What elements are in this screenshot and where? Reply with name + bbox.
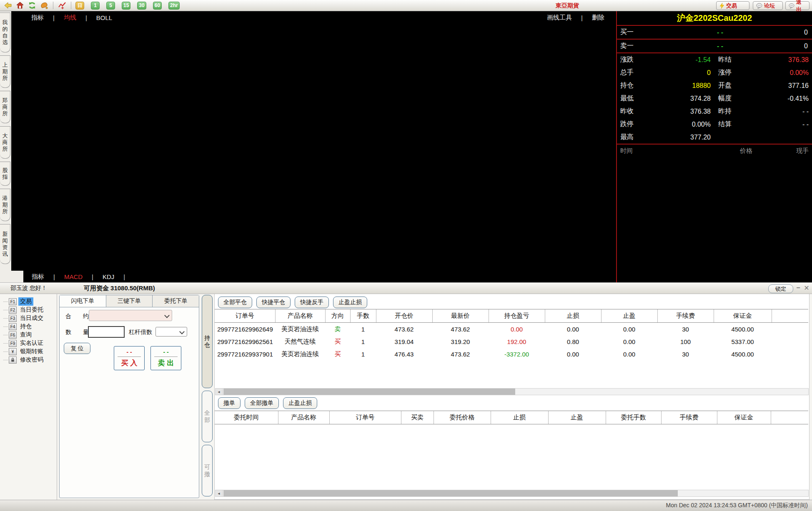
speech-bubble-icon xyxy=(756,3,762,9)
chevron-down-icon xyxy=(164,313,170,318)
kdj-menu[interactable]: KDJ xyxy=(103,273,114,280)
orders-toolbar: 撤单 全部撤单 止盈止损 xyxy=(218,397,317,409)
pending-orders-header-row: 委托时间 产品名称 订单号 买卖 委托价格 止损 止盈 委托手数 手续费 保证金 xyxy=(215,411,808,424)
scroll-left-icon[interactable]: ◂ xyxy=(216,389,223,395)
sidebar-tab-news[interactable]: 新闻资讯 xyxy=(0,224,10,264)
positions-table: 订单号 产品名称 方向 手数 开仓价 最新价 持仓盈亏 止损 止盈 手续费 保证… xyxy=(215,309,808,360)
contract-select[interactable] xyxy=(89,310,172,321)
exit-button[interactable]: 退出 xyxy=(785,1,809,10)
tab-three-key-order[interactable]: 三键下单 xyxy=(106,295,153,307)
toolbar-separator xyxy=(53,2,53,9)
tree-item-positions[interactable]: F4 持仓 xyxy=(3,322,57,331)
tp-sl-button[interactable]: 止盈止损 xyxy=(283,397,317,409)
bid-volume: 0 xyxy=(804,29,808,36)
position-row[interactable]: 2997721629962561 天然气连续 买 1 319.04 319.20… xyxy=(215,335,808,348)
sidebar-tab-dce[interactable]: 大商所 xyxy=(0,126,10,159)
position-row[interactable]: 2997721629937901 美页岩油连续 买 1 476.43 473.6… xyxy=(215,348,808,360)
forum-button[interactable]: 论坛 xyxy=(753,1,783,10)
orders-hscrollbar[interactable]: ◂ xyxy=(215,490,809,497)
prev-settle-value: 376.38 xyxy=(754,56,809,64)
pnl-cell: -3372.00 xyxy=(489,348,545,360)
cancel-all-button[interactable]: 全部撤单 xyxy=(245,397,279,409)
sidebar-tab-watchlist[interactable]: 我的自选 xyxy=(0,12,10,52)
tree-item-query[interactable]: F6 查询 xyxy=(3,331,57,339)
low-value: 374.28 xyxy=(657,95,711,102)
chart-tools-bar: 画线工具 | 删除 xyxy=(547,11,604,24)
reset-button[interactable]: 复位 xyxy=(64,343,90,354)
cancel-order-button[interactable]: 撤单 xyxy=(218,397,241,409)
total-volume-value: 0 xyxy=(657,69,711,77)
prev-oi-value: - - xyxy=(754,108,809,115)
trade-button[interactable]: 交易 xyxy=(716,1,749,10)
quote-stat-row: 持仓 18880 开盘 377.16 xyxy=(617,79,812,92)
leverage-label: 杠杆倍数 xyxy=(129,329,152,336)
filter-tab-all[interactable]: 全部 xyxy=(202,391,213,442)
filter-tab-cancelable[interactable]: 可撤 xyxy=(202,445,213,496)
home-icon[interactable] xyxy=(15,1,25,10)
tree-item-bank-transfer[interactable]: ¥ 银期转账 xyxy=(3,347,57,356)
ma-menu[interactable]: 均线 xyxy=(64,14,76,22)
scroll-left-icon[interactable]: ◂ xyxy=(216,490,223,496)
tree-item-trade[interactable]: F1 交易 xyxy=(3,297,57,306)
leverage-select[interactable] xyxy=(155,327,187,337)
chart-line-icon[interactable] xyxy=(58,1,67,10)
sub-indicator-menu[interactable]: 指标 xyxy=(32,273,44,281)
sidebar-tab-czce[interactable]: 郑商所 xyxy=(0,91,10,123)
buy-button[interactable]: - - 买入 xyxy=(114,346,145,370)
close-icon[interactable]: ✕ xyxy=(803,284,810,292)
pnl-cell: 0.00 xyxy=(489,323,545,336)
minimize-icon[interactable]: − xyxy=(794,284,802,292)
timeframe-30m-button[interactable]: 30 xyxy=(137,2,146,10)
timeframe-60m-button[interactable]: 60 xyxy=(153,2,162,10)
bid-row: 买一 - - 0 xyxy=(617,26,812,40)
sidebar-tab-index[interactable]: 股指 xyxy=(0,162,10,186)
tree-item-day-trades[interactable]: F3 当日成交 xyxy=(3,314,57,322)
tree-item-day-orders[interactable]: F2 当日委托 xyxy=(3,306,57,314)
timeframe-5m-button[interactable]: 5 xyxy=(106,2,115,10)
sell-button[interactable]: - - 卖出 xyxy=(150,346,181,370)
f3-key-icon: F3 xyxy=(9,315,17,322)
nav-tree: F1 交易 F2 当日委托 F3 当日成交 F4 持仓 F6 查询 xyxy=(0,294,57,500)
top-toolbar: 日 1 5 15 30 60 2hr 東亞期貨 交易 论坛 退出 xyxy=(0,0,812,11)
delete-drawing-menu[interactable]: 删除 xyxy=(592,14,604,22)
close-all-button[interactable]: 全部平仓 xyxy=(218,297,252,308)
back-icon[interactable] xyxy=(3,1,13,10)
positions-hscrollbar[interactable]: ◂ xyxy=(215,388,809,395)
sidebar-tab-shfe[interactable]: 上期所 xyxy=(0,55,10,88)
macd-menu[interactable]: MACD xyxy=(64,273,83,280)
direction-cell: 买 xyxy=(325,348,350,360)
draw-tools-menu[interactable]: 画线工具 xyxy=(547,14,572,22)
timeframe-1m-button[interactable]: 1 xyxy=(91,2,100,10)
sidebar-tab-hkex[interactable]: 港期所 xyxy=(0,189,10,221)
timeframe-15m-button[interactable]: 15 xyxy=(122,2,130,10)
boll-menu[interactable]: BOLL xyxy=(96,14,112,21)
filter-tab-positions[interactable]: 持仓 xyxy=(202,295,213,388)
ask-price: - - xyxy=(717,42,723,50)
quick-reverse-button[interactable]: 快捷反手 xyxy=(295,297,329,308)
refresh-icon[interactable] xyxy=(28,1,37,10)
quick-close-button[interactable]: 快捷平仓 xyxy=(256,297,291,308)
open-price-value: 377.16 xyxy=(754,82,809,90)
indicator-menu[interactable]: 指标 xyxy=(31,14,44,22)
position-row[interactable]: 2997721629962649 美页岩油连续 卖 1 473.62 473.6… xyxy=(215,323,808,336)
scrollbar-thumb[interactable] xyxy=(223,389,515,395)
contract-title: 沪金2202SCau2202 xyxy=(617,11,812,26)
quote-stat-row: 涨跌 -1.54 昨结 376.38 xyxy=(617,53,812,66)
tab-flash-order[interactable]: 闪电下单 xyxy=(60,295,106,307)
lock-button[interactable]: 锁定 xyxy=(768,284,793,293)
tab-entrust-order[interactable]: 委托下单 xyxy=(153,295,199,307)
buy-price: - - xyxy=(126,349,132,355)
chevron-down-icon xyxy=(179,329,185,334)
timeframe-2hr-button[interactable]: 2hr xyxy=(168,2,180,10)
tp-sl-button[interactable]: 止盈止损 xyxy=(333,297,367,308)
positions-toolbar: 全部平仓 快捷平仓 快捷反手 止盈止损 xyxy=(218,297,367,308)
quantity-input[interactable] xyxy=(88,326,125,338)
open-interest-value: 18880 xyxy=(657,82,711,90)
tree-item-verification[interactable]: F9 实名认证 xyxy=(3,339,57,347)
tree-item-change-password[interactable]: 修改密码 xyxy=(3,356,57,364)
scrollbar-thumb[interactable] xyxy=(223,490,678,496)
alert-bell-icon[interactable] xyxy=(40,1,49,10)
timeframe-day-button[interactable]: 日 xyxy=(75,2,84,10)
status-datetime: Mon Dec 02 2024 13:24:53 GMT+0800 (中国标准时… xyxy=(666,502,808,509)
direction-cell: 卖 xyxy=(325,323,350,336)
